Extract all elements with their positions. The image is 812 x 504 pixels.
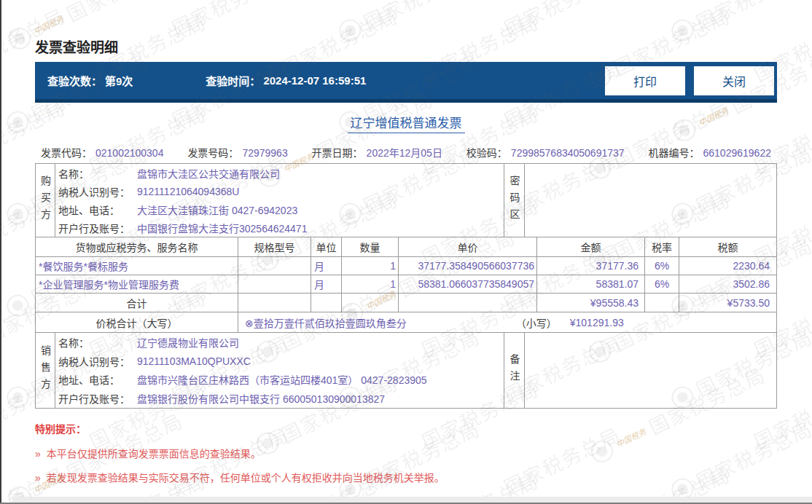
machine-number: 机器编号：661029619622 [649,145,771,160]
item-unit-price: 58381.066037735849057 [398,275,536,293]
grand-total-small-value: ¥101291.93 [570,317,624,328]
special-notice: 特别提示： »本平台仅提供所查询发票票面信息的查验结果。 »若发现发票查验结果与… [35,421,445,494]
invoice-date: 开票日期：2022年12月05日 [312,145,442,160]
watermark-tile: 国家税务总局 [666,0,812,47]
seller-side-label: 销售方 [36,333,55,408]
remark-area [524,333,776,408]
subtotal-unit [311,294,341,312]
buyer-bank-row: 开户行及账号：中国银行盘锦大洼支行302564624471 [58,218,504,237]
seller-section: 销售方 名称：辽宁德晟物业有限公司 纳税人识别号：91211103MA10QPU… [36,332,776,408]
subtotal-quantity [341,294,398,312]
header-quantity: 数量 [341,237,398,256]
query-time: 查验时间： 2024-12-07 16:59:51 [206,73,366,88]
subtotal-unit-price [398,294,536,312]
seller-info: 名称：辽宁德晟物业有限公司 纳税人识别号：91211103MA10QPUXXC … [55,333,504,408]
watermark-text: 国家税务总局 [499,0,625,42]
notice-item: »本平台仅提供所查询发票票面信息的查验结果。 [35,446,445,460]
item-spec [238,257,311,275]
watermark-seal-text: 中国税务 [31,12,66,36]
watermark-tile: 国家税务总局 [666,414,812,504]
item-unit: 月 [311,257,341,275]
invoice-type-title: 辽宁增值税普通发票 [348,113,465,133]
tax-emblem-icon [3,291,32,320]
close-button[interactable]: 关闭 [694,66,774,95]
item-amount: 58381.07 [536,275,644,293]
seller-name-row: 名称：辽宁德晟物业有限公司 [58,333,504,352]
query-count-label: 查验次数： [47,73,102,88]
buyer-name-row: 名称：盘锦市大洼区公共交通有限公司 [58,164,504,182]
notice-title: 特别提示： [35,421,445,436]
subtotal-spec [238,294,311,312]
query-time-value: 2024-12-07 16:59:51 [263,74,366,87]
invoice-detail: 辽宁增值税普通发票 发票代码：021002100304 发票号码：7297996… [35,113,777,409]
item-name: *企业管理服务*物业管理服务费 [36,275,238,293]
notice-item: »若发现发票查验结果与实际交易不符，任何单位或个人有权拒收并向当地税务机关举报。 [35,470,445,484]
check-code: 校验码：72998576834050691737 [466,145,625,160]
items-section: 货物或应税劳务、服务名称 规格型号 单位 数量 单价 金额 税率 税额 *餐饮服… [36,237,776,312]
subtotal-row: 合计 ¥95558.43 ¥5733.50 [36,293,776,312]
window-left-edge [0,0,1,504]
grand-total-section: 价税合计（大写） ⊗壹拾万壹仟贰佰玖拾壹圆玖角叁分 （小写） ¥101291.9… [36,312,776,332]
action-buttons: 打印 关闭 [605,66,774,95]
buyer-taxid-row: 纳税人识别号：91211121064094368U [58,182,504,200]
item-tax-rate: 6% [644,275,679,293]
watermark-tile: 国家税务总局 [499,0,625,42]
seller-bank-row: 开户行及账号：盘锦银行股份有限公司中银支行 660050130900013827 [58,389,504,408]
header-tax-rate: 税率 [644,237,679,256]
buyer-info: 名称：盘锦市大洼区公共交通有限公司 纳税人识别号：912111210640943… [55,164,504,237]
subtotal-tax-rate [644,294,679,312]
tax-emblem-icon [3,382,32,412]
invoice-number: 发票号码：72979963 [187,145,287,160]
item-row: *餐饮服务*餐标服务 月 1 37177.358490566037736 371… [36,256,776,275]
page-title: 发票查验明细 [35,36,118,56]
notice-text: 若发现发票查验结果与实际交易不符，任何单位或个人有权拒收并向当地税务机关举报。 [47,472,445,484]
watermark-text: 国家税务总局 [166,0,292,42]
header-spec: 规格型号 [238,237,311,256]
bullet-icon: » [35,472,41,484]
grand-total-small-label: （小写） [516,315,557,330]
header-unit: 单位 [311,237,341,256]
query-count: 查验次数： 第9次 [47,73,133,88]
subtotal-label: 合计 [36,294,238,312]
item-name: *餐饮服务*餐标服务 [36,257,238,275]
invoice-codes-row: 发票代码：021002100304 发票号码：72979963 开票日期：202… [35,143,777,162]
tax-emblem-icon [587,436,617,465]
item-row: *企业管理服务*物业管理服务费 月 1 58381.06603773584905… [36,275,776,293]
item-amount: 37177.36 [536,257,644,275]
item-tax-amount: 2230.64 [679,257,776,275]
watermark-tile: 国家税务总局 [334,0,485,47]
watermark-text: 国家税务总局 [690,0,812,36]
items-header-row: 货物或应税劳务、服务名称 规格型号 单位 数量 单价 金额 税率 税额 [36,237,776,256]
header-amount: 金额 [536,237,644,256]
header-item-name: 货物或应税劳务、服务名称 [36,237,238,256]
seller-address-row: 地址、电话：盘锦市兴隆台区庄林路西（市客运站四楼401室） 0427-28239… [58,371,504,390]
watermark-text: 国家税务总局 [358,0,484,36]
query-time-label: 查验时间： [206,73,260,88]
grand-total-values: ⊗壹拾万壹仟贰佰玖拾壹圆玖角叁分 （小写） ¥101291.93 [238,312,776,332]
password-area-label: 密码区 [504,164,524,237]
subtotal-amount: ¥95558.43 [536,294,644,312]
watermark-text: 国家税务总局 [690,414,812,495]
grand-total-label: 价税合计（大写） [36,312,238,332]
invoice-verification-page: 发票查验明细 查验次数： 第9次 查验时间： 2024-12-07 16:59:… [0,0,812,504]
horizontal-scrollbar[interactable] [12,497,812,503]
buyer-address-row: 地址、电话：大洼区大洼镇珠江街 0427-6942023 [58,200,504,218]
query-info-bar: 查验次数： 第9次 查验时间： 2024-12-07 16:59:51 打印 关… [35,62,777,103]
remark-label: 备注 [504,333,524,408]
tax-emblem-icon [5,23,34,52]
watermark-text: 国家税务总局 [499,420,625,500]
notice-text: 本平台仅提供所查询发票票面信息的查验结果。 [47,448,261,460]
item-quantity: 1 [341,257,398,275]
print-button[interactable]: 打印 [605,66,685,95]
subtotal-tax-amount: ¥5733.50 [679,294,776,312]
query-count-value: 第9次 [105,73,133,88]
tax-emblem-icon [3,199,32,228]
buyer-side-label: 购买方 [36,164,55,237]
watermark-text: 国家税务总局 [61,0,187,28]
tax-emblem-icon [335,15,364,44]
item-quantity: 1 [341,275,398,293]
buyer-section: 购买方 名称：盘锦市大洼区公共交通有限公司 纳税人识别号：91211121064… [36,164,776,237]
password-area [524,164,776,237]
watermark-tile: 国家税务总局 [499,420,625,500]
tax-emblem-icon [668,15,697,44]
